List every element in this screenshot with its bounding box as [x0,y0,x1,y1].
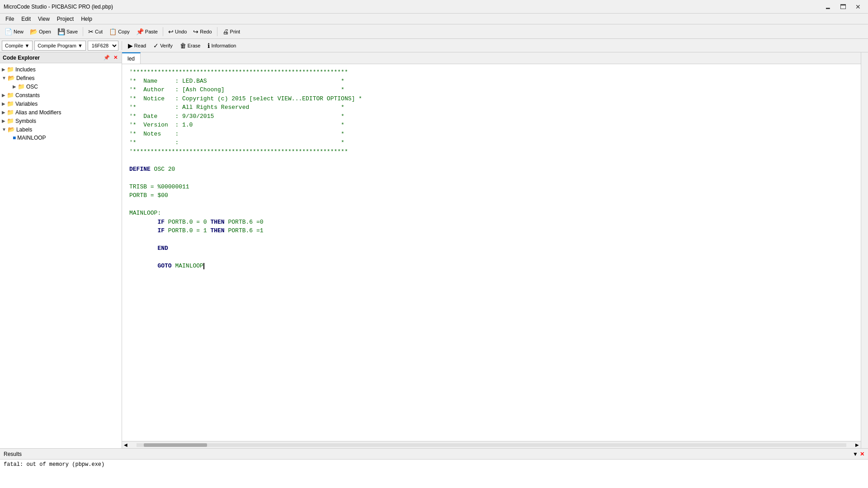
tree-item-constants[interactable]: ▶ 📁 Constants [0,91,122,99]
results-text: fatal: out of memory (pbpw.exe) [4,461,104,468]
new-icon: 📄 [5,28,12,35]
copy-label: Copy [118,29,130,34]
tree-label: Includes [15,66,36,73]
folder-icon: 📁 [7,109,14,116]
folder-icon: 📁 [7,117,14,124]
tab-label: led [127,56,135,62]
verify-button[interactable]: ✓ Verify [151,40,175,52]
tree-item-variables[interactable]: ▶ 📁 Variables [0,99,122,108]
arrow-icon: ▶ [2,101,5,106]
separator-2 [163,27,163,36]
tree-item-labels[interactable]: ▼ 📂 Labels [0,125,122,134]
information-button[interactable]: ℹ Information [205,40,239,52]
erase-icon: 🗑 [180,42,186,49]
folder-icon: 📂 [8,75,15,81]
tab-led[interactable]: led [122,52,141,64]
maximize-button[interactable]: 🗖 [836,2,850,11]
undo-button[interactable]: ↩ Undo [165,26,189,38]
sidebar-close-button[interactable]: ✕ [112,54,119,61]
open-icon: 📂 [30,28,38,35]
close-button[interactable]: ✕ [852,2,864,11]
code-tree: ▶ 📁 Includes ▼ 📂 Defines ▶ 📁 OSC ▶ 📁 Con… [0,63,122,448]
arrow-icon: ▶ [2,93,5,98]
save-label: Save [66,29,78,34]
editor-area: led '***********************************… [122,52,861,448]
arrow-icon: ▶ [13,84,16,89]
cut-icon: ✂ [88,28,94,35]
tree-label: Symbols [15,118,36,124]
window-controls: 🗕 🗖 ✕ [821,2,864,11]
verify-icon: ✓ [153,42,159,49]
tree-item-defines[interactable]: ▼ 📂 Defines [0,74,122,82]
results-title: Results [4,451,22,457]
menu-project[interactable]: Project [53,15,77,23]
copy-icon: 📋 [109,28,117,35]
sidebar-header-controls: 📌 ✕ [102,54,119,61]
save-button[interactable]: 💾 Save [55,26,80,38]
scroll-thumb[interactable] [144,443,207,447]
print-label: Print [230,29,241,34]
copy-button[interactable]: 📋 Copy [106,26,132,38]
read-button[interactable]: ▶ Read [125,40,149,52]
tree-item-alias[interactable]: ▶ 📁 Alias and Modifiers [0,108,122,117]
scroll-track[interactable] [137,443,846,447]
information-label: Information [211,43,236,48]
paste-button[interactable]: 📌 Paste [133,26,160,38]
read-icon: ▶ [128,42,133,49]
code-editor[interactable]: '***************************************… [122,64,861,441]
information-icon: ℹ [208,42,210,49]
tree-label: Alias and Modifiers [15,109,61,116]
arrow-icon: ▼ [2,127,6,132]
separator-4 [122,41,122,50]
tree-item-includes[interactable]: ▶ 📁 Includes [0,65,122,74]
scroll-right-button[interactable]: ▶ [854,442,861,447]
menu-edit[interactable]: Edit [18,15,34,23]
compile-program-label[interactable]: Compile Program ▼ [35,43,85,48]
erase-button[interactable]: 🗑 Erase [177,40,203,52]
minimize-button[interactable]: 🗕 [821,2,835,11]
results-controls: ▼ ✕ [853,451,864,457]
arrow-icon: ▶ [2,110,5,115]
scroll-left-button[interactable]: ◀ [122,442,129,447]
separator-1 [83,27,83,36]
toolbar2: Compile ▼ Compile Program ▼ 16F628 16F84… [0,39,868,52]
folder-icon: 📂 [8,126,15,133]
tree-label: Labels [16,127,32,133]
horizontal-scrollbar[interactable]: ◀ ▶ [122,441,861,448]
main-area: Code Explorer 📌 ✕ ▶ 📁 Includes ▼ 📂 Defin… [0,52,868,448]
results-close-button[interactable]: ✕ [860,451,864,457]
compile-program-dropdown[interactable]: Compile Program ▼ [34,41,86,51]
compile-label[interactable]: Compile ▼ [2,43,32,48]
vertical-scrollbar[interactable] [861,52,868,448]
menu-file[interactable]: File [2,15,18,23]
menu-help[interactable]: Help [77,15,96,23]
cut-button[interactable]: ✂ Cut [85,26,105,38]
open-button[interactable]: 📂 Open [27,26,54,38]
sidebar: Code Explorer 📌 ✕ ▶ 📁 Includes ▼ 📂 Defin… [0,52,122,448]
tree-item-osc[interactable]: ▶ 📁 OSC [0,82,122,91]
sidebar-pin-button[interactable]: 📌 [102,54,111,61]
print-button[interactable]: 🖨 Print [220,26,243,38]
new-label: New [14,29,24,34]
cut-label: Cut [95,29,103,34]
compile-dropdown[interactable]: Compile ▼ [2,41,33,51]
new-button[interactable]: 📄 New [2,26,26,38]
save-icon: 💾 [57,28,65,35]
read-label: Read [134,43,146,48]
file-icon: ■ [13,135,16,141]
folder-icon: 📁 [18,83,25,90]
menu-view[interactable]: View [34,15,53,23]
folder-icon: 📁 [7,66,14,73]
print-icon: 🖨 [222,28,229,35]
folder-icon: 📁 [7,92,14,99]
device-select[interactable]: 16F628 16F84 [88,41,118,51]
paste-icon: 📌 [136,28,144,35]
separator-3 [217,27,217,36]
redo-button[interactable]: ↪ Redo [190,26,214,38]
results-dropdown-button[interactable]: ▼ [853,451,858,457]
sidebar-title: Code Explorer [3,55,40,61]
toolbar: 📄 New 📂 Open 💾 Save ✂ Cut 📋 Copy 📌 Paste… [0,24,868,39]
tree-item-mainloop[interactable]: ■ MAINLOOP [0,134,122,142]
tree-item-symbols[interactable]: ▶ 📁 Symbols [0,117,122,125]
title-text: MicroCode Studio - PICBASIC PRO (led.pbp… [4,4,113,10]
